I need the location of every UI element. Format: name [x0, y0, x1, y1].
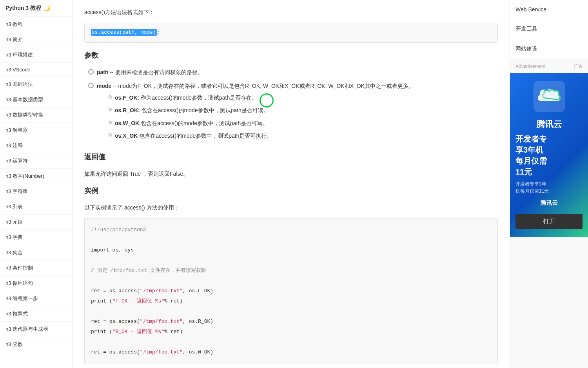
right-nav-dev-tools[interactable]: 开发工具 — [510, 19, 588, 39]
ad-company-name: 腾讯云 — [536, 118, 562, 130]
sidebar-item[interactable]: n3 教程 — [0, 17, 72, 32]
syntax-semicolon: ; — [157, 29, 160, 35]
sidebar-item[interactable]: n3 集合 — [0, 245, 72, 261]
sub-param-fok-name: os.F_OK: — [115, 95, 139, 101]
example-intro: 以下实例演示了 access() 方法的使用： — [84, 203, 498, 212]
bullet-xok — [109, 133, 112, 137]
code-line-2 — [91, 235, 491, 245]
sub-param-rok-desc: 包含在access()的mode参数中，测试path是否可读。 — [142, 107, 269, 113]
tencent-cloud-logo-icon — [534, 81, 565, 112]
sidebar-item[interactable]: n3 函数 — [0, 337, 72, 352]
sidebar-item[interactable]: n3 基本数据类型 — [0, 92, 72, 107]
return-title: 返回值 — [84, 152, 498, 164]
sidebar-title: Python 3 教程 🌙 — [0, 0, 72, 17]
sub-param-wok: os.W_OK 包含在access()的mode参数中，测试path是否可写。 — [109, 119, 414, 128]
ad-label-text: Advertisement — [515, 64, 546, 69]
sidebar-item[interactable]: n3 循环语句 — [0, 276, 72, 291]
sub-param-rok-name: os.R_OK: — [115, 107, 140, 113]
code-line-12 — [91, 337, 491, 347]
syntax-highlight: os.access(path, mode) — [91, 29, 157, 36]
sidebar-item[interactable]: n3 基础语法 — [0, 77, 72, 92]
code-line-1: #!/usr/bin/python3 — [91, 225, 491, 235]
sub-param-xok: os.X_OK 包含在access()的mode参数中，测试path是否可执行。 — [109, 131, 414, 140]
bullet-rok — [109, 108, 112, 111]
sidebar-title-text: Python 3 教程 — [5, 5, 41, 12]
sub-param-fok: os.F_OK: 作为access()的mode参数，测试path是否存在。 — [109, 93, 414, 102]
ad-label-bar: Advertisement 广告 — [510, 59, 588, 73]
sidebar-item[interactable]: n3 注释 — [0, 138, 72, 153]
return-text: 如果允许访问返回 True ，否则返回False。 — [84, 169, 498, 178]
sidebar-item[interactable]: n3 简介 — [0, 32, 72, 47]
sub-param-wok-name: os.W_OK — [115, 120, 139, 126]
param-path-text: path -- 要用来检测是否有访问权限的路径。 — [97, 68, 203, 77]
example-title: 实例 — [84, 186, 498, 198]
sidebar-nav: n3 教程n3 简介n3 环境搭建n3 VScoden3 基础语法n3 基本数据… — [0, 17, 72, 352]
sub-param-xok-desc: 包含在access()的mode参数中，测试path是否可执行。 — [139, 133, 272, 139]
right-nav-web-service[interactable]: Web Service — [510, 0, 588, 19]
left-sidebar: Python 3 教程 🌙 n3 教程n3 简介n3 环境搭建n3 VScode… — [0, 0, 73, 368]
ad-headline: 开发者专享3年机每月仅需11元 — [515, 133, 583, 177]
sidebar-item[interactable]: n3 数字(Number) — [0, 169, 72, 184]
param-path-desc: -- 要用来检测是否有访问权限的路径。 — [110, 69, 203, 75]
moon-icon: 🌙 — [44, 5, 50, 11]
code-line-13: ret = os.access("/tmp/foo.txt", os.W_OK) — [91, 347, 491, 357]
ad-cta-button[interactable]: 打开 — [515, 214, 583, 229]
params-title: 参数 — [84, 51, 498, 62]
sub-param-fok-text: os.F_OK: 作为access()的mode参数，测试path是否存在。 — [115, 93, 257, 102]
code-line-5: # 假定 /tmp/foo.txt 文件存在，并有读写权限 — [91, 266, 491, 276]
ad-subtext: 开发者专享3年机每月仅需11元 — [515, 180, 583, 195]
param-mode: mode -- mode为F_OK，测试存在的路径，或者它可以是包含R_OK, … — [88, 82, 498, 144]
sidebar-item[interactable]: n3 元组 — [0, 215, 72, 230]
sidebar-item[interactable]: n3 迭代器与生成器 — [0, 322, 72, 337]
code-line-11: print ("R_OK - 返回值 %s"% ret) — [91, 327, 491, 337]
sidebar-item[interactable]: n3 推导式 — [0, 306, 72, 322]
sidebar-item[interactable]: n3 环境搭建 — [0, 47, 72, 63]
ad-sub-company-name: 腾讯云 — [540, 199, 558, 207]
code-line-9 — [91, 306, 491, 317]
right-nav-website[interactable]: 网站建设 — [510, 39, 588, 59]
sub-param-wok-text: os.W_OK 包含在access()的mode参数中，测试path是否可写。 — [115, 119, 268, 128]
sidebar-item[interactable]: n3 字符串 — [0, 184, 72, 199]
sidebar-item[interactable]: n3 编程第一步 — [0, 291, 72, 306]
example-code-block: #!/usr/bin/python3 import os, sys # 假定 /… — [84, 218, 498, 364]
code-line-6 — [91, 276, 491, 286]
main-content: access()方法语法格式如下： os.access(path, mode);… — [73, 0, 510, 368]
sub-param-xok-text: os.X_OK 包含在access()的mode参数中，测试path是否可执行。 — [115, 131, 272, 140]
sidebar-item[interactable]: n3 解释器 — [0, 123, 72, 138]
sidebar-item[interactable]: n3 字典 — [0, 230, 72, 245]
sidebar-item[interactable]: n3 列表 — [0, 199, 72, 215]
sub-param-wok-desc: 包含在access()的mode参数中，测试path是否可写。 — [141, 120, 268, 126]
param-path: path -- 要用来检测是否有访问权限的路径。 — [88, 68, 498, 77]
ad-banner[interactable]: 腾讯云 开发者专享3年机每月仅需11元 开发者专享3年机每月仅需11元 腾讯云 … — [510, 73, 588, 237]
sub-params-list: os.F_OK: 作为access()的mode参数，测试path是否存在。 o… — [97, 93, 414, 140]
bullet-mode — [88, 83, 94, 88]
code-line-3: import os, sys — [91, 245, 491, 255]
sub-param-xok-name: os.X_OK — [115, 133, 138, 139]
sidebar-item[interactable]: n3 条件控制 — [0, 261, 72, 276]
code-line-7: ret = os.access("/tmp/foo.txt", os.F_OK) — [91, 286, 491, 296]
param-path-name: path — [97, 69, 109, 75]
sidebar-item[interactable]: n3 数据类型转换 — [0, 107, 72, 123]
bullet-path — [88, 69, 94, 75]
code-line-8: print ("F_OK - 返回值 %s"% ret) — [91, 296, 491, 306]
code-line-10: ret = os.access("/tmp/foo.txt", os.R_OK) — [91, 317, 491, 327]
sub-param-rok: os.R_OK: 包含在access()的mode参数中，测试path是否可读。 — [109, 106, 414, 115]
intro-text: access()方法语法格式如下： — [84, 8, 498, 16]
param-mode-text: mode -- mode为F_OK，测试存在的路径，或者它可以是包含R_OK, … — [97, 82, 414, 144]
sidebar-item[interactable]: n3 运算符 — [0, 153, 72, 169]
params-list: path -- 要用来检测是否有访问权限的路径。 mode -- mode为F_… — [84, 68, 498, 144]
sidebar-item[interactable]: n3 VScode — [0, 63, 72, 77]
sub-param-rok-text: os.R_OK: 包含在access()的mode参数中，测试path是否可读。 — [115, 106, 269, 115]
ad-close-link[interactable]: 广告 — [574, 63, 583, 69]
param-mode-desc: -- mode为F_OK，测试存在的路径，或者它可以是包含R_OK, W_OK和… — [113, 83, 414, 89]
param-mode-name: mode — [97, 83, 111, 89]
syntax-code-block: os.access(path, mode); — [84, 23, 498, 43]
bullet-wok — [109, 121, 112, 124]
code-line-4 — [91, 255, 491, 266]
right-sidebar: Web Service 开发工具 网站建设 Advertisement 广告 腾… — [510, 0, 588, 368]
sub-param-fok-desc: 作为access()的mode参数，测试path是否存在。 — [141, 95, 257, 101]
bullet-fok — [109, 95, 112, 98]
